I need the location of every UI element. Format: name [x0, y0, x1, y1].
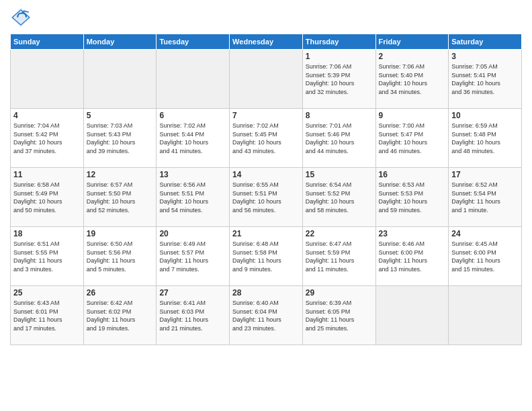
day-number: 13 [159, 170, 226, 179]
svg-marker-0 [11, 8, 31, 28]
day-number: 22 [306, 229, 373, 238]
day-number: 21 [232, 229, 300, 238]
day-info: Sunrise: 6:42 AM Sunset: 6:02 PM Dayligh… [87, 299, 154, 332]
day-info: Sunrise: 6:46 AM Sunset: 6:00 PM Dayligh… [379, 240, 446, 273]
day-cell: 10Sunrise: 6:59 AM Sunset: 5:48 PM Dayli… [449, 109, 522, 168]
day-number: 7 [232, 111, 300, 120]
day-cell: 24Sunrise: 6:45 AM Sunset: 6:00 PM Dayli… [449, 227, 522, 286]
day-number: 14 [232, 170, 300, 179]
day-number: 24 [451, 229, 519, 238]
day-cell: 23Sunrise: 6:46 AM Sunset: 6:00 PM Dayli… [375, 227, 449, 286]
day-cell: 7Sunrise: 7:02 AM Sunset: 5:45 PM Daylig… [230, 109, 303, 168]
day-number: 5 [87, 111, 154, 120]
day-cell: 28Sunrise: 6:40 AM Sunset: 6:04 PM Dayli… [230, 286, 303, 345]
day-cell: 9Sunrise: 7:00 AM Sunset: 5:47 PM Daylig… [375, 109, 449, 168]
week-row-4: 25Sunrise: 6:43 AM Sunset: 6:01 PM Dayli… [11, 286, 522, 345]
day-number: 10 [451, 111, 519, 120]
logo-icon [10, 7, 32, 28]
calendar-table: SundayMondayTuesdayWednesdayThursdayFrid… [10, 34, 522, 345]
header [10, 7, 522, 28]
week-row-0: 1Sunrise: 7:06 AM Sunset: 5:39 PM Daylig… [11, 50, 522, 109]
day-number: 26 [87, 288, 154, 298]
day-info: Sunrise: 6:45 AM Sunset: 6:00 PM Dayligh… [451, 240, 519, 273]
day-number: 28 [232, 288, 300, 298]
day-info: Sunrise: 6:52 AM Sunset: 5:54 PM Dayligh… [451, 181, 519, 214]
day-info: Sunrise: 7:00 AM Sunset: 5:47 PM Dayligh… [379, 122, 446, 155]
week-row-1: 4Sunrise: 7:04 AM Sunset: 5:42 PM Daylig… [11, 109, 522, 168]
day-cell: 29Sunrise: 6:39 AM Sunset: 6:05 PM Dayli… [302, 286, 375, 345]
day-number: 27 [159, 288, 226, 298]
header-cell-thursday: Thursday [302, 34, 375, 50]
day-cell: 20Sunrise: 6:49 AM Sunset: 5:57 PM Dayli… [157, 227, 230, 286]
day-number: 16 [379, 170, 446, 179]
day-cell: 21Sunrise: 6:48 AM Sunset: 5:58 PM Dayli… [230, 227, 303, 286]
header-cell-sunday: Sunday [11, 34, 84, 50]
day-info: Sunrise: 6:53 AM Sunset: 5:53 PM Dayligh… [379, 181, 446, 214]
day-info: Sunrise: 6:39 AM Sunset: 6:05 PM Dayligh… [306, 299, 373, 332]
day-number: 20 [159, 229, 226, 238]
day-info: Sunrise: 7:02 AM Sunset: 5:44 PM Dayligh… [159, 122, 226, 155]
day-info: Sunrise: 6:59 AM Sunset: 5:48 PM Dayligh… [451, 122, 519, 155]
day-number: 23 [379, 229, 446, 238]
day-cell: 19Sunrise: 6:50 AM Sunset: 5:56 PM Dayli… [83, 227, 157, 286]
header-cell-wednesday: Wednesday [230, 34, 303, 50]
day-number: 9 [379, 111, 446, 120]
week-row-3: 18Sunrise: 6:51 AM Sunset: 5:55 PM Dayli… [11, 227, 522, 286]
day-info: Sunrise: 6:51 AM Sunset: 5:55 PM Dayligh… [13, 240, 81, 273]
day-number: 11 [13, 170, 81, 179]
logo [10, 7, 34, 28]
day-cell: 11Sunrise: 6:58 AM Sunset: 5:49 PM Dayli… [11, 168, 84, 227]
day-cell: 17Sunrise: 6:52 AM Sunset: 5:54 PM Dayli… [449, 168, 522, 227]
day-info: Sunrise: 7:02 AM Sunset: 5:45 PM Dayligh… [232, 122, 300, 155]
day-number: 4 [13, 111, 81, 120]
header-cell-monday: Monday [83, 34, 157, 50]
day-cell: 15Sunrise: 6:54 AM Sunset: 5:52 PM Dayli… [302, 168, 375, 227]
day-number: 3 [451, 52, 519, 61]
day-cell [157, 50, 230, 109]
calendar-header: SundayMondayTuesdayWednesdayThursdayFrid… [11, 34, 522, 50]
day-cell: 25Sunrise: 6:43 AM Sunset: 6:01 PM Dayli… [11, 286, 84, 345]
day-info: Sunrise: 6:57 AM Sunset: 5:50 PM Dayligh… [87, 181, 154, 214]
header-cell-tuesday: Tuesday [157, 34, 230, 50]
day-info: Sunrise: 6:43 AM Sunset: 6:01 PM Dayligh… [13, 299, 81, 332]
day-cell [83, 50, 157, 109]
day-info: Sunrise: 6:55 AM Sunset: 5:51 PM Dayligh… [232, 181, 300, 214]
day-cell: 13Sunrise: 6:56 AM Sunset: 5:51 PM Dayli… [157, 168, 230, 227]
day-info: Sunrise: 6:49 AM Sunset: 5:57 PM Dayligh… [159, 240, 226, 273]
page: SundayMondayTuesdayWednesdayThursdayFrid… [0, 0, 532, 411]
day-info: Sunrise: 6:54 AM Sunset: 5:52 PM Dayligh… [306, 181, 373, 214]
day-info: Sunrise: 7:05 AM Sunset: 5:41 PM Dayligh… [451, 62, 519, 96]
day-cell: 4Sunrise: 7:04 AM Sunset: 5:42 PM Daylig… [11, 109, 84, 168]
day-cell: 22Sunrise: 6:47 AM Sunset: 5:59 PM Dayli… [302, 227, 375, 286]
day-cell: 18Sunrise: 6:51 AM Sunset: 5:55 PM Dayli… [11, 227, 84, 286]
day-info: Sunrise: 6:40 AM Sunset: 6:04 PM Dayligh… [232, 299, 300, 332]
day-cell: 2Sunrise: 7:06 AM Sunset: 5:40 PM Daylig… [375, 50, 449, 109]
day-cell: 14Sunrise: 6:55 AM Sunset: 5:51 PM Dayli… [230, 168, 303, 227]
day-number: 17 [451, 170, 519, 179]
day-cell [449, 286, 522, 345]
header-row: SundayMondayTuesdayWednesdayThursdayFrid… [11, 34, 522, 50]
day-cell: 3Sunrise: 7:05 AM Sunset: 5:41 PM Daylig… [449, 50, 522, 109]
day-info: Sunrise: 6:56 AM Sunset: 5:51 PM Dayligh… [159, 181, 226, 214]
day-number: 19 [87, 229, 154, 238]
day-info: Sunrise: 6:50 AM Sunset: 5:56 PM Dayligh… [87, 240, 154, 273]
header-cell-friday: Friday [375, 34, 449, 50]
day-cell [375, 286, 449, 345]
day-cell: 27Sunrise: 6:41 AM Sunset: 6:03 PM Dayli… [157, 286, 230, 345]
day-cell: 12Sunrise: 6:57 AM Sunset: 5:50 PM Dayli… [83, 168, 157, 227]
week-row-2: 11Sunrise: 6:58 AM Sunset: 5:49 PM Dayli… [11, 168, 522, 227]
day-cell: 8Sunrise: 7:01 AM Sunset: 5:46 PM Daylig… [302, 109, 375, 168]
day-info: Sunrise: 7:06 AM Sunset: 5:39 PM Dayligh… [306, 62, 373, 96]
day-number: 2 [379, 52, 446, 61]
day-info: Sunrise: 7:03 AM Sunset: 5:43 PM Dayligh… [87, 122, 154, 155]
day-info: Sunrise: 6:47 AM Sunset: 5:59 PM Dayligh… [306, 240, 373, 273]
day-cell [11, 50, 84, 109]
day-info: Sunrise: 6:48 AM Sunset: 5:58 PM Dayligh… [232, 240, 300, 273]
day-info: Sunrise: 7:04 AM Sunset: 5:42 PM Dayligh… [13, 122, 81, 155]
day-cell: 5Sunrise: 7:03 AM Sunset: 5:43 PM Daylig… [83, 109, 157, 168]
header-cell-saturday: Saturday [449, 34, 522, 50]
day-cell: 26Sunrise: 6:42 AM Sunset: 6:02 PM Dayli… [83, 286, 157, 345]
day-number: 1 [306, 52, 373, 61]
day-info: Sunrise: 7:01 AM Sunset: 5:46 PM Dayligh… [306, 122, 373, 155]
day-cell: 6Sunrise: 7:02 AM Sunset: 5:44 PM Daylig… [157, 109, 230, 168]
